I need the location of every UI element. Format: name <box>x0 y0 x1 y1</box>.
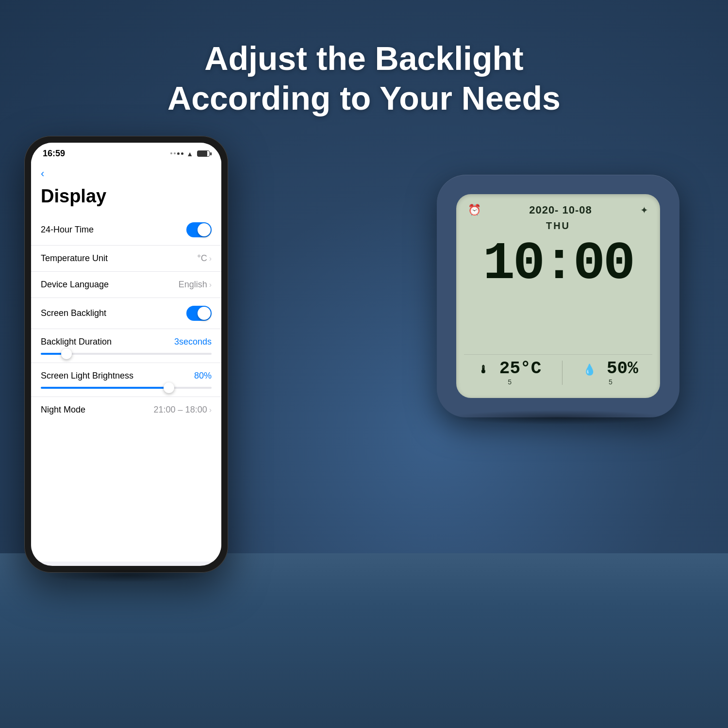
status-bar: 16:59 ▲ <box>31 143 221 162</box>
setting-value-nightmode: 21:00 – 18:00 › <box>154 405 212 415</box>
humidity-sub: 5 <box>609 379 612 386</box>
phone-shadow <box>45 568 208 582</box>
chevron-icon: › <box>209 281 212 289</box>
toggle-backlight[interactable] <box>186 306 212 321</box>
slider-section-duration: Backlight Duration 3seconds <box>31 329 221 363</box>
slider-thumb-duration[interactable] <box>61 348 72 359</box>
slider-header-duration: Backlight Duration 3seconds <box>41 337 212 347</box>
setting-value-language: English › <box>179 280 212 290</box>
status-time: 16:59 <box>43 149 65 159</box>
humidity-value: 💧 50% <box>583 359 638 379</box>
slider-fill-brightness <box>41 387 169 389</box>
droplet-icon: 💧 <box>583 364 596 377</box>
clock-date: 2020- 10-08 <box>529 204 592 216</box>
back-button[interactable]: ‹ <box>41 167 44 180</box>
language-value: English <box>179 280 207 290</box>
setting-label-backlight: Screen Backlight <box>41 308 106 318</box>
phone-outer: 16:59 ▲ ‹ <box>24 136 228 573</box>
battery-icon <box>197 150 210 157</box>
clock-shadow <box>449 410 667 425</box>
signal-dot <box>181 152 183 155</box>
header-section: Adjust the Backlight According to Your N… <box>0 39 728 118</box>
clock-body: ⏰ 2020- 10-08 ✦ THU 10:00 🌡 25°C 5 <box>437 175 679 417</box>
app-content: ‹ Display 24-Hour Time Temperature Unit … <box>31 162 221 562</box>
battery-fill <box>198 151 207 156</box>
temp-value: 🌡 25°C <box>478 359 541 379</box>
signal-dot <box>174 152 176 154</box>
slider-header-brightness: Screen Light Brightness 80% <box>41 371 212 381</box>
setting-row-backlight[interactable]: Screen Backlight <box>31 298 221 329</box>
chevron-icon: › <box>209 254 212 263</box>
thermometer-icon: 🌡 <box>478 364 489 377</box>
header-line1: Adjust the Backlight <box>0 39 728 79</box>
slider-track-duration[interactable] <box>41 353 212 355</box>
setting-label-language: Device Language <box>41 280 109 290</box>
toggle-24hr[interactable] <box>186 222 212 237</box>
signal-dots <box>170 152 183 155</box>
settings-list: 24-Hour Time Temperature Unit °C › Devic… <box>31 215 221 423</box>
slider-value-duration: 3seconds <box>174 337 212 347</box>
clock-temperature: 🌡 25°C 5 <box>478 359 541 386</box>
page-title: Display <box>31 184 221 215</box>
slider-label-brightness: Screen Light Brightness <box>41 371 133 381</box>
clock-time: 10:00 <box>464 233 652 295</box>
nav-bar: ‹ <box>31 162 221 184</box>
clock-top-bar: ⏰ 2020- 10-08 ✦ <box>464 202 652 218</box>
clock-bottom-bar: 🌡 25°C 5 💧 50% 5 <box>464 354 652 390</box>
phone: 16:59 ▲ ‹ <box>24 136 228 573</box>
phone-screen: 16:59 ▲ ‹ <box>31 143 221 566</box>
chevron-icon: › <box>209 406 212 414</box>
clock-device: ⏰ 2020- 10-08 ✦ THU 10:00 🌡 25°C 5 <box>437 175 679 417</box>
signal-dot <box>177 152 180 155</box>
slider-fill-duration <box>41 353 66 355</box>
status-icons: ▲ <box>170 150 210 158</box>
clock-divider <box>562 361 563 385</box>
clock-humidity: 💧 50% 5 <box>583 359 638 386</box>
slider-section-brightness: Screen Light Brightness 80% <box>31 363 221 397</box>
clock-screen: ⏰ 2020- 10-08 ✦ THU 10:00 🌡 25°C 5 <box>456 194 660 398</box>
clock-day: THU <box>464 218 652 233</box>
bluetooth-icon: ✦ <box>640 204 648 216</box>
setting-row-language[interactable]: Device Language English › <box>31 272 221 298</box>
alarm-icon: ⏰ <box>468 204 481 216</box>
setting-row-temp[interactable]: Temperature Unit °C › <box>31 246 221 272</box>
slider-track-brightness[interactable] <box>41 387 212 389</box>
temp-unit-value: °C <box>197 253 207 264</box>
setting-label-temp: Temperature Unit <box>41 253 108 264</box>
wifi-icon: ▲ <box>186 150 193 158</box>
slider-value-brightness: 80% <box>194 371 212 381</box>
setting-label-24hr: 24-Hour Time <box>41 225 94 235</box>
header-line2: According to Your Needs <box>0 79 728 118</box>
setting-row-nightmode[interactable]: Night Mode 21:00 – 18:00 › <box>31 397 221 423</box>
temp-sub: 5 <box>508 379 512 386</box>
setting-row-24hr[interactable]: 24-Hour Time <box>31 215 221 246</box>
slider-label-duration: Backlight Duration <box>41 337 112 347</box>
signal-dot <box>170 152 172 154</box>
nightmode-value: 21:00 – 18:00 <box>154 405 207 415</box>
setting-label-nightmode: Night Mode <box>41 405 85 415</box>
slider-thumb-brightness[interactable] <box>164 382 174 393</box>
setting-value-temp: °C › <box>197 253 212 264</box>
